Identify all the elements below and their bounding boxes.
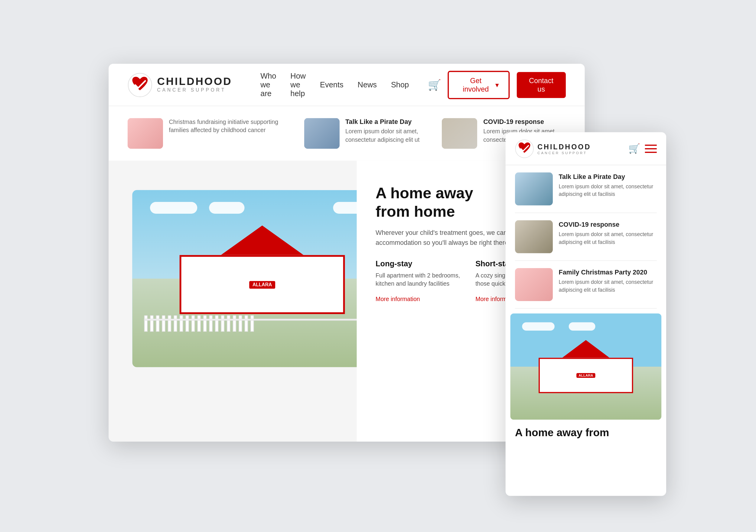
cart-button[interactable]: 🛒 <box>428 78 441 91</box>
news-card-0[interactable]: Christmas fundraising initiative support… <box>128 118 290 149</box>
mobile-cloud-2 <box>569 322 596 331</box>
mobile-news-item-0[interactable]: Talk Like a Pirate Day Lorem ipsum dolor… <box>515 165 657 213</box>
news-card-title-1: Talk Like a Pirate Day <box>345 118 428 125</box>
news-card-1[interactable]: Talk Like a Pirate Day Lorem ipsum dolor… <box>304 118 428 149</box>
mobile-news-item-2[interactable]: Family Christmas Party 2020 Lorem ipsum … <box>515 261 657 308</box>
chevron-down-icon: ▾ <box>495 81 499 89</box>
long-stay-title: Long-stay <box>376 259 466 268</box>
mobile-home-text: A home away from <box>506 420 666 446</box>
news-card-text-1: Talk Like a Pirate Day Lorem ipsum dolor… <box>345 118 428 144</box>
mobile-menu-button[interactable] <box>645 145 657 153</box>
news-thumb-1 <box>304 118 339 149</box>
desktop-nav-links: Who we are How we help Events News Shop <box>260 71 409 98</box>
mobile-house-roof <box>562 340 609 358</box>
mobile-mockup: Childhood CANCER SUPPORT 🛒 <box>506 132 666 496</box>
desktop-nav-actions: 🛒 Get involved ▾ Contact us <box>428 70 566 99</box>
mobile-news-thumb-0 <box>515 172 553 205</box>
house-allara-sign: ALLARA <box>249 281 276 288</box>
mobile-news-desc-2: Lorem ipsum dolor sit amet, consectetur … <box>559 279 657 294</box>
mobile-news-title-1: COVID-19 response <box>559 220 657 228</box>
mobile-news-thumb-1 <box>515 220 553 253</box>
mobile-cart-button[interactable]: 🛒 <box>628 143 640 154</box>
mobile-house-image: ALLARA <box>510 313 662 420</box>
nav-shop[interactable]: Shop <box>391 80 409 89</box>
mobile-house-allara-sign: ALLARA <box>576 373 595 378</box>
logo-text: Childhood CANCER SUPPORT <box>157 76 232 93</box>
news-card-desc-0: Christmas fundraising initiative support… <box>169 118 290 135</box>
mobile-home-title: A home away from <box>515 427 657 439</box>
mobile-nav-actions: 🛒 <box>628 143 657 154</box>
mobile-news-text-2: Family Christmas Party 2020 Lorem ipsum … <box>559 268 657 294</box>
hamburger-line-3 <box>645 151 657 153</box>
long-stay-option: Long-stay Full apartment with 2 bedrooms… <box>376 259 466 304</box>
mobile-cloud-1 <box>522 322 554 331</box>
long-stay-more-info-link[interactable]: More information <box>376 296 420 302</box>
get-involved-button[interactable]: Get involved ▾ <box>448 70 510 99</box>
news-thumb-2 <box>442 118 477 149</box>
mobile-house-walls: ALLARA <box>539 358 633 393</box>
contact-us-button[interactable]: Contact us <box>517 72 566 98</box>
mobile-house-section: ALLARA <box>506 313 666 420</box>
mobile-logo-icon <box>515 139 534 158</box>
nav-events[interactable]: Events <box>320 80 343 89</box>
mobile-news-text-1: COVID-19 response Lorem ipsum dolor sit … <box>559 220 657 246</box>
mobile-logo-brand-subtitle: CANCER SUPPORT <box>537 151 591 154</box>
mobile-cloud-area <box>522 322 650 333</box>
news-cards-container: Christmas fundraising initiative support… <box>128 118 566 149</box>
long-stay-desc: Full apartment with 2 bedrooms, kitchen … <box>376 272 466 288</box>
desktop-navbar: Childhood CANCER SUPPORT Who we are How … <box>109 64 584 106</box>
mobile-logo-text: Childhood CANCER SUPPORT <box>537 143 591 154</box>
mobile-logo[interactable]: Childhood CANCER SUPPORT <box>515 139 591 158</box>
mobile-news-title-2: Family Christmas Party 2020 <box>559 268 657 277</box>
logo-icon <box>128 72 152 97</box>
nav-how-we-help[interactable]: How we help <box>290 71 306 98</box>
mobile-news-thumb-2 <box>515 268 553 301</box>
nav-who-we-are[interactable]: Who we are <box>260 71 276 98</box>
news-card-text-0: Christmas fundraising initiative support… <box>169 118 290 135</box>
news-thumb-0 <box>128 118 163 149</box>
mobile-news-item-1[interactable]: COVID-19 response Lorem ipsum dolor sit … <box>515 213 657 261</box>
mobile-news-desc-1: Lorem ipsum dolor sit amet, consectetur … <box>559 231 657 246</box>
mobile-logo-brand-name: Childhood <box>537 143 591 151</box>
mobile-news-desc-0: Lorem ipsum dolor sit amet, consectetur … <box>559 183 657 198</box>
mobile-house-body: ALLARA <box>539 340 633 393</box>
hamburger-line-2 <box>645 148 657 149</box>
logo-brand-name: Childhood <box>157 76 232 88</box>
mobile-news-title-0: Talk Like a Pirate Day <box>559 172 657 181</box>
desktop-logo[interactable]: Childhood CANCER SUPPORT <box>128 72 232 97</box>
mobile-news-text-0: Talk Like a Pirate Day Lorem ipsum dolor… <box>559 172 657 198</box>
mobile-house-drawing: ALLARA <box>510 313 662 420</box>
mobile-navbar: Childhood CANCER SUPPORT 🛒 <box>506 132 666 165</box>
logo-brand-subtitle: CANCER SUPPORT <box>157 88 232 93</box>
hamburger-line-1 <box>645 145 657 146</box>
house-drawing: ALLARA <box>132 190 392 367</box>
desktop-house-image: ALLARA <box>132 190 392 367</box>
nav-news[interactable]: News <box>358 80 377 89</box>
news-card-title-2: COVID-19 response <box>483 118 566 125</box>
news-card-desc-1: Lorem ipsum dolor sit amet, consectetur … <box>345 127 428 144</box>
mobile-news-list: Talk Like a Pirate Day Lorem ipsum dolor… <box>506 165 666 309</box>
